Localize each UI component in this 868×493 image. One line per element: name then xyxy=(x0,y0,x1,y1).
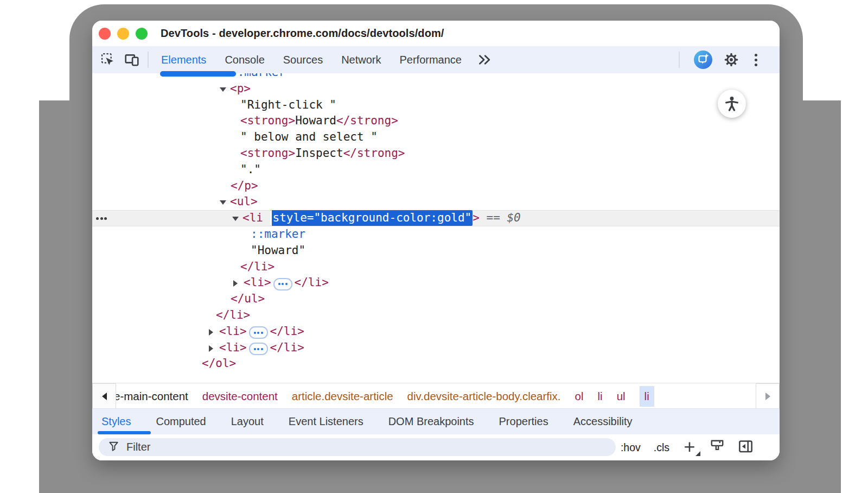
dom-tree-line[interactable]: "Howard" xyxy=(92,243,780,259)
expand-arrow-icon[interactable] xyxy=(209,324,219,340)
code-segment: </p> xyxy=(231,179,258,192)
dom-tree-line[interactable]: </p> xyxy=(92,178,780,194)
code-segment: Inspect xyxy=(295,147,343,160)
code-segment: </ol> xyxy=(202,357,236,370)
new-style-rule-button[interactable] xyxy=(682,440,697,454)
code-segment: </strong> xyxy=(336,114,398,127)
hidden-children-ellipsis-button[interactable] xyxy=(273,278,292,290)
breadcrumb-item[interactable]: li xyxy=(598,390,603,403)
collapse-arrow-icon[interactable] xyxy=(220,194,230,210)
styles-tab-styles[interactable]: Styles xyxy=(101,415,131,428)
styles-filter-row: :hov .cls xyxy=(92,434,780,460)
tab-performance[interactable]: Performance xyxy=(391,54,471,66)
close-window-button[interactable] xyxy=(99,28,111,40)
settings-gear-icon[interactable] xyxy=(723,52,739,68)
ai-assistant-icon[interactable] xyxy=(694,50,712,69)
styles-filter-input[interactable] xyxy=(125,440,507,454)
code-segment: <li> xyxy=(219,341,247,354)
dom-tree-line[interactable]: "." xyxy=(92,162,780,178)
styles-panel-tabs: StylesComputedLayoutEvent ListenersDOM B… xyxy=(92,408,780,434)
accessibility-widget-button[interactable] xyxy=(718,90,746,118)
tab-console[interactable]: Console xyxy=(215,54,273,66)
styles-filter-tools: :hov .cls xyxy=(621,434,780,460)
styles-tab-dom-breakpoints[interactable]: DOM Breakpoints xyxy=(388,415,474,428)
styles-tab-computed[interactable]: Computed xyxy=(156,415,206,428)
dom-tree-selected-node[interactable]: <li style="background-color:gold"> == $0 xyxy=(92,210,780,226)
styles-tab-accessibility[interactable]: Accessibility xyxy=(573,415,633,428)
code-segment: == xyxy=(480,211,507,224)
dom-tree-line[interactable]: <strong>Inspect</strong> xyxy=(92,146,780,162)
code-segment: ::marker xyxy=(231,73,285,79)
breadcrumb-item[interactable]: devsite-content xyxy=(202,390,278,403)
dom-tree-line[interactable]: ::marker xyxy=(92,226,780,243)
collapse-arrow-icon[interactable] xyxy=(220,81,230,97)
dom-tree: ::marker<p>"Right-click "<strong>Howard<… xyxy=(92,73,780,383)
selected-attribute-text[interactable]: style="background-color:gold" xyxy=(270,210,473,226)
breadcrumb-item[interactable]: ol xyxy=(575,390,584,403)
breadcrumb-item[interactable]: ul xyxy=(617,390,626,403)
dom-tree-line[interactable]: </li> xyxy=(92,259,780,275)
node-more-actions-dots[interactable] xyxy=(96,210,107,226)
code-segment: ::marker xyxy=(251,227,305,241)
dom-tree-line[interactable]: </li> xyxy=(92,307,780,324)
traffic-lights xyxy=(92,28,148,40)
code-segment: $0 xyxy=(507,211,520,224)
dom-tree-line[interactable]: " below and select " xyxy=(92,129,780,146)
paintbrush-icon[interactable] xyxy=(710,439,725,456)
code-segment: <li> xyxy=(219,325,247,338)
breadcrumb-item[interactable]: div.devsite-article-body.clearfix. xyxy=(407,390,561,403)
breadcrumb-item[interactable]: e-main-content xyxy=(114,390,188,403)
dom-tree-line[interactable]: <ul> xyxy=(92,194,780,210)
devtools-toolbar: ElementsConsoleSourcesNetworkPerformance xyxy=(92,46,780,73)
hidden-children-ellipsis-button[interactable] xyxy=(249,326,268,339)
code-segment: <strong> xyxy=(240,147,295,160)
plus-caret-icon xyxy=(695,451,700,456)
code-segment: </li> xyxy=(216,308,250,321)
devtools-window: DevTools - developer.chrome.com/docs/dev… xyxy=(92,21,780,460)
code-segment: "Right-click " xyxy=(240,98,336,111)
code-segment: </li> xyxy=(295,276,329,289)
window-titlebar: DevTools - developer.chrome.com/docs/dev… xyxy=(92,21,780,46)
dom-tree-line[interactable]: <li></li> xyxy=(92,275,780,291)
maximize-window-button[interactable] xyxy=(136,28,148,40)
dom-tree-line[interactable]: <li></li> xyxy=(92,340,780,356)
collapse-arrow-icon[interactable] xyxy=(232,210,242,226)
breadcrumb-item[interactable]: article.devsite-article xyxy=(292,390,393,403)
dom-tree-line[interactable]: <p> xyxy=(92,81,780,97)
styles-tab-event-listeners[interactable]: Event Listeners xyxy=(289,415,363,428)
styles-tab-properties[interactable]: Properties xyxy=(499,415,548,428)
dom-tree-line[interactable]: "Right-click " xyxy=(92,97,780,113)
styles-tab-layout[interactable]: Layout xyxy=(231,415,264,428)
tab-elements[interactable]: Elements xyxy=(152,54,215,66)
code-segment: > xyxy=(473,211,480,224)
right-arrow-icon xyxy=(765,393,770,400)
breadcrumb-item-selected[interactable]: li xyxy=(640,386,654,407)
dom-tree-line[interactable]: </ol> xyxy=(92,356,780,372)
code-segment: <li xyxy=(242,211,270,224)
breadcrumb-scroll-right-button[interactable] xyxy=(756,383,780,409)
dom-tree-line[interactable]: </ul> xyxy=(92,291,780,307)
dock-sidebar-icon[interactable] xyxy=(738,439,754,457)
hidden-children-ellipsis-button[interactable] xyxy=(249,343,268,355)
breadcrumb-scroll-left-button[interactable] xyxy=(92,383,116,409)
device-toolbar-icon[interactable] xyxy=(124,52,140,68)
tab-sources[interactable]: Sources xyxy=(274,54,332,66)
more-tabs-button[interactable] xyxy=(471,54,498,66)
dom-tree-line[interactable]: <li></li> xyxy=(92,324,780,340)
code-segment: "Howard" xyxy=(251,244,305,257)
toggle-classes-button[interactable]: .cls xyxy=(654,441,669,454)
toggle-hover-state-button[interactable]: :hov xyxy=(621,441,641,454)
code-segment: "." xyxy=(240,163,261,176)
code-segment: </li> xyxy=(270,325,304,338)
active-tab-underline xyxy=(160,71,236,77)
breadcrumb: e-main-contentdevsite-contentarticle.dev… xyxy=(92,386,755,407)
kebab-menu-icon[interactable] xyxy=(750,54,761,66)
filter-funnel-icon xyxy=(108,440,119,454)
dom-tree-line[interactable]: <strong>Howard</strong> xyxy=(92,113,780,129)
minimize-window-button[interactable] xyxy=(117,28,129,40)
inspect-icon[interactable] xyxy=(100,52,116,68)
expand-arrow-icon[interactable] xyxy=(233,275,244,291)
expand-arrow-icon[interactable] xyxy=(209,340,219,356)
code-segment: <li> xyxy=(244,276,271,289)
tab-network[interactable]: Network xyxy=(332,54,390,66)
